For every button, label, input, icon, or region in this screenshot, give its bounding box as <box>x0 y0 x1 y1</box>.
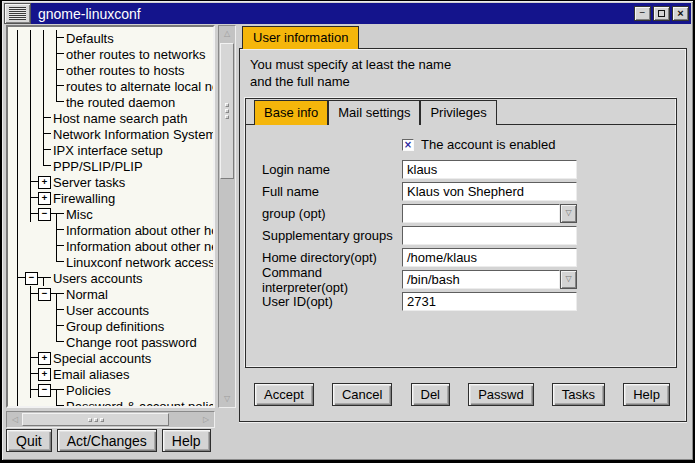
tree-item[interactable]: routes to alternate local nets <box>11 78 213 94</box>
titlebar: gnome-linuxconf − × <box>4 3 691 24</box>
horizontal-scroll-thumb[interactable] <box>22 413 169 426</box>
tree-connectors <box>11 270 50 286</box>
right-panel: User information You must specify at lea… <box>239 25 687 460</box>
tree-item[interactable]: Network Information System <box>11 126 213 142</box>
tree-item-label: IPX interface setup <box>50 143 163 158</box>
left-column: Defaults other routes to networks other … <box>5 25 237 459</box>
tree-item-label: Email aliases <box>50 367 130 382</box>
text-input[interactable]: klaus <box>402 160 577 179</box>
action-button[interactable]: Accept <box>254 383 314 406</box>
text-input[interactable]: Klaus von Shepherd <box>402 182 577 201</box>
field-label: Full name <box>262 184 402 199</box>
tree-item[interactable]: Information about other hosts <box>11 222 213 238</box>
tree-connectors <box>11 398 63 408</box>
tree-item[interactable]: Linuxconf network access <box>11 254 213 270</box>
main-button[interactable]: Quit <box>6 429 52 452</box>
action-button[interactable]: Tasks <box>552 383 605 406</box>
tree-item[interactable]: Special accounts <box>11 350 213 366</box>
tree-vertical-scrollbar[interactable]: △ ▽ <box>218 25 236 408</box>
window-controls: − × <box>634 6 691 21</box>
tree-item-label: PPP/SLIP/PLIP <box>50 159 143 174</box>
tree-item[interactable]: Normal <box>11 286 213 302</box>
main-button[interactable]: Act/Changes <box>57 429 157 452</box>
tree-item[interactable]: Change root password <box>11 334 213 350</box>
tree-item[interactable]: Password & account policies <box>11 398 213 408</box>
scroll-right-icon[interactable]: ▷ <box>199 413 213 427</box>
tree-connectors <box>11 366 50 382</box>
tree-horizontal-scrollbar[interactable]: ◁ ▷ <box>6 411 215 428</box>
close-button[interactable]: × <box>672 6 689 21</box>
tree-item-label: Linuxconf network access <box>63 255 215 270</box>
tree-item[interactable]: Users accounts <box>11 270 213 286</box>
tree-item[interactable]: Policies <box>11 382 213 398</box>
scroll-up-icon[interactable]: △ <box>219 27 235 41</box>
action-button[interactable]: Passwd <box>468 383 534 406</box>
tree-item[interactable]: Email aliases <box>11 366 213 382</box>
text-input[interactable] <box>402 204 560 223</box>
panel-footer-space <box>239 422 687 460</box>
user-information-panel: You must specify at least the name and t… <box>239 48 687 422</box>
thumb-grip <box>88 418 104 422</box>
text-input[interactable] <box>402 226 577 245</box>
tree-item[interactable]: Group definitions <box>11 318 213 334</box>
tree-item-label: Information about other networks <box>63 239 215 254</box>
scroll-left-icon[interactable]: ◁ <box>8 413 22 427</box>
tree-item[interactable]: Defaults <box>11 30 213 46</box>
tree-item-label: routes to alternate local nets <box>63 79 215 94</box>
window-menu-button[interactable] <box>4 3 31 24</box>
action-button[interactable]: Del <box>411 383 451 406</box>
tree-connectors <box>11 238 63 254</box>
tree-item-label: Normal <box>63 287 108 302</box>
tree-item-label: the routed daemon <box>63 95 175 110</box>
tree-item-label: Defaults <box>63 31 114 46</box>
tree-item[interactable]: Server tasks <box>11 174 213 190</box>
tree-connectors <box>11 334 63 350</box>
field-label: group (opt) <box>262 206 402 221</box>
tree-item[interactable]: User accounts <box>11 302 213 318</box>
action-button[interactable]: Help <box>623 383 670 406</box>
card-tab[interactable]: Base info <box>254 100 328 125</box>
tree-item[interactable]: other routes to networks <box>11 46 213 62</box>
tree-item[interactable]: Information about other networks <box>11 238 213 254</box>
menu-lines-icon <box>9 7 26 20</box>
action-buttons: AcceptCancelDelPasswdTasksHelp <box>254 383 670 406</box>
card-tab[interactable]: Privileges <box>420 100 496 125</box>
form-row: Command interpreter(opt) /bin/bash ▽ <box>262 270 676 289</box>
scroll-down-icon[interactable]: ▽ <box>219 392 235 406</box>
card-tab[interactable]: Mail settings <box>328 100 420 125</box>
notice-line-1: You must specify at least the name <box>250 56 686 73</box>
tree-connectors <box>11 350 50 366</box>
dropdown-button[interactable]: ▽ <box>560 204 577 223</box>
tab-user-information[interactable]: User information <box>242 26 359 49</box>
tree-connectors <box>11 110 50 126</box>
tree-connectors <box>11 46 63 62</box>
text-input[interactable]: /home/klaus <box>402 248 577 267</box>
minimize-button[interactable]: − <box>634 6 651 21</box>
form-row: Login name klaus <box>262 160 676 179</box>
action-button[interactable]: Cancel <box>332 383 392 406</box>
tree-item[interactable]: PPP/SLIP/PLIP <box>11 158 213 174</box>
tree-item[interactable]: Host name search path <box>11 110 213 126</box>
main-button[interactable]: Help <box>162 429 211 452</box>
tree-item-label: other routes to hosts <box>63 63 185 78</box>
dropdown-button[interactable]: ▽ <box>560 270 577 289</box>
tree-connectors <box>11 94 63 110</box>
text-input[interactable]: 2731 <box>402 292 577 311</box>
tree-item-label: Server tasks <box>50 175 125 190</box>
tree-item[interactable]: the routed daemon <box>11 94 213 110</box>
tree-item[interactable]: Firewalling <box>11 190 213 206</box>
tree-item[interactable]: Misc <box>11 206 213 222</box>
tree-connectors <box>11 174 50 190</box>
vertical-scroll-thumb[interactable] <box>220 43 234 179</box>
panel-tab-row: User information <box>239 25 687 48</box>
text-input[interactable]: /bin/bash <box>402 270 560 289</box>
account-enabled-checkbox[interactable]: × <box>402 139 414 151</box>
notice-text: You must specify at least the name and t… <box>240 49 686 90</box>
tree-item-label: User accounts <box>63 303 149 318</box>
form-row: User ID(opt) 2731 <box>262 292 676 311</box>
tree-item[interactable]: IPX interface setup <box>11 142 213 158</box>
tree-item-label: Network Information System <box>50 127 215 142</box>
form-row: group (opt) ▽ <box>262 204 676 223</box>
tree-item[interactable]: other routes to hosts <box>11 62 213 78</box>
maximize-button[interactable] <box>653 6 670 21</box>
